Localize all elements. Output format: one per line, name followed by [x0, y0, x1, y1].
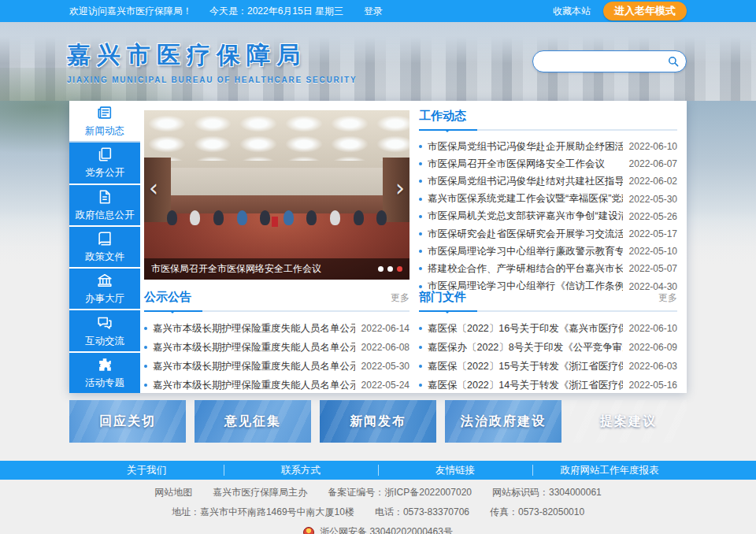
- search-box: [532, 50, 687, 72]
- banner-link[interactable]: 回应关切: [69, 400, 186, 443]
- sidebar-item-label: 政府信息公开: [76, 209, 135, 222]
- news-item[interactable]: 嘉兴市本级长期护理保险重度失能人员名单公示（2... 2022-05-24: [144, 376, 410, 395]
- favorite-link[interactable]: 收藏本站: [553, 5, 591, 18]
- section-underline-arrow: [169, 310, 176, 317]
- carousel-dot[interactable]: [378, 266, 384, 272]
- section-underline-arrow: [444, 129, 450, 135]
- bullet-icon: [419, 198, 422, 201]
- sidebar-item[interactable]: 政府信息公开: [69, 185, 140, 225]
- footer-info: 网站地图 嘉兴市医疗保障局主办 备案证编号：浙ICP备2022007020 网站…: [0, 486, 756, 534]
- carousel-dot[interactable]: [387, 266, 393, 272]
- banner-link[interactable]: 新闻发布: [320, 400, 436, 443]
- footer-nav-item[interactable]: 政府网站工作年度报表: [532, 461, 687, 480]
- news-item[interactable]: 嘉兴市医保系统党建工作会议暨“幸福医保”党建联... 2022-05-30: [419, 191, 677, 208]
- sidebar-item[interactable]: 政策文件: [69, 227, 140, 267]
- news-item-date: 2022-06-10: [629, 141, 677, 152]
- news-item[interactable]: 市医保研究会赴省医保研究会开展学习交流活动 2022-05-17: [419, 225, 677, 243]
- news-item[interactable]: 市医保局党组书记冯俊华赴企开展助企纾困活动 2022-06-10: [419, 138, 677, 155]
- bullet-icon: [419, 365, 422, 368]
- sidebar-item[interactable]: 活动专题: [69, 353, 140, 393]
- sidebar-item[interactable]: 新闻动态: [69, 101, 140, 141]
- carousel-next-button[interactable]: ›: [395, 176, 405, 200]
- news-item-date: 2022-05-07: [629, 263, 677, 274]
- sidebar-item[interactable]: 党务公开: [69, 143, 140, 183]
- news-item-title: 嘉兴市本级长期护理保险重度失能人员名单公示（2...: [153, 360, 355, 373]
- news-item-title: 市医保局召开全市医保网络安全工作会议: [428, 158, 623, 171]
- sidebar-item-label: 办事大厅: [85, 292, 124, 306]
- bullet-icon: [144, 327, 147, 330]
- bullet-icon: [419, 162, 422, 165]
- news-item-title: 搭建校企合作、产学研相结合的平台嘉兴市长期护理...: [428, 262, 623, 276]
- banner-label: 回应关切: [99, 413, 156, 430]
- news-item-date: 2022-05-26: [629, 211, 677, 222]
- book-icon: [96, 230, 113, 247]
- news-item-date: 2022-06-09: [629, 342, 677, 353]
- news-item[interactable]: 市医保局理论学习中心组举行廉政警示教育专题学习... 2022-05-10: [419, 243, 677, 260]
- banner-link[interactable]: 提案建议: [570, 400, 687, 443]
- bullet-icon: [419, 180, 422, 183]
- news-item[interactable]: 嘉兴市本级长期护理保险重度失能人员名单公示（2... 2022-05-30: [144, 357, 410, 376]
- news-item[interactable]: 嘉兴市本级长期护理保险重度失能人员名单公示（2... 2022-06-08: [144, 338, 410, 357]
- section-header: 工作动态: [419, 109, 677, 131]
- footer-nav: 关于我们联系方式友情链接政府网站工作年度报表: [0, 461, 756, 480]
- banner-link[interactable]: 意见征集: [195, 400, 311, 443]
- news-item-title: 市医保局党组书记冯俊华赴结对共建社区指导全国文...: [428, 175, 623, 188]
- public-security-badge-icon: [303, 527, 314, 534]
- bullet-icon: [419, 232, 422, 235]
- news-item-date: 2022-05-16: [629, 380, 677, 391]
- footer-nav-item[interactable]: 友情链接: [378, 461, 532, 480]
- chat-icon: [96, 314, 113, 332]
- main-content-card: 新闻动态 党务公开 政府信息公开 政策文件 办事大厅 互动交流 活动专题: [69, 101, 687, 393]
- carousel-dot[interactable]: [397, 266, 402, 272]
- puzzle-icon: [96, 356, 113, 373]
- news-item[interactable]: 嘉医保〔2022〕15号关于转发《浙江省医疗保... 2022-06-03: [419, 357, 677, 376]
- section-title: 部门文件: [419, 290, 466, 305]
- news-item[interactable]: 市医保局党组书记冯俊华赴结对共建社区指导全国文... 2022-06-02: [419, 172, 677, 190]
- bullet-icon: [419, 267, 422, 270]
- search-input[interactable]: [543, 55, 661, 68]
- document-icon: [96, 188, 113, 206]
- news-item[interactable]: 嘉兴市本级长期护理保险重度失能人员名单公示（2... 2022-06-14: [144, 319, 410, 338]
- login-link[interactable]: 登录: [364, 5, 383, 18]
- carousel-caption[interactable]: 市医保局召开全市医保网络安全工作会议: [144, 258, 410, 280]
- search-button[interactable]: [661, 51, 686, 72]
- elder-mode-button[interactable]: 进入老年模式: [603, 2, 687, 20]
- sidebar-item[interactable]: 互动交流: [69, 310, 140, 350]
- news-item-date: 2022-06-07: [629, 158, 677, 169]
- more-link[interactable]: 更多: [391, 291, 410, 305]
- news-item[interactable]: 嘉医保〔2022〕16号关于印发《嘉兴市医疗保... 2022-06-10: [419, 319, 677, 338]
- carousel-prev-button[interactable]: ‹: [149, 176, 158, 200]
- carousel-photo: [144, 110, 410, 280]
- section-title: 公示公告: [144, 290, 191, 305]
- footer-siteid-text: 网站标识码：3304000061: [492, 486, 602, 499]
- news-item[interactable]: 嘉医保办〔2022〕8号关于印发《公平竞争审查... 2022-06-09: [419, 338, 677, 357]
- banner-label: 新闻发布: [350, 413, 406, 430]
- news-item-date: 2022-06-08: [361, 342, 410, 353]
- sidebar-item[interactable]: 办事大厅: [69, 269, 140, 309]
- banner-row: 回应关切 意见征集 新闻发布 法治政府建设 提案建议: [69, 400, 687, 443]
- news-item-title: 嘉医保〔2022〕15号关于转发《浙江省医疗保...: [428, 360, 623, 373]
- news-item-date: 2022-05-30: [629, 194, 677, 205]
- footer-nav-item[interactable]: 关于我们: [69, 461, 224, 480]
- news-item-date: 2022-05-10: [629, 246, 677, 257]
- more-link[interactable]: 更多: [658, 291, 677, 305]
- section-notices: 公示公告 更多 嘉兴市本级长期护理保险重度失能人员名单公示（2... 2022-…: [144, 290, 410, 395]
- news-carousel[interactable]: ‹ › 市医保局召开全市医保网络安全工作会议: [144, 110, 410, 280]
- section-header: 部门文件 更多: [419, 290, 677, 312]
- bullet-icon: [144, 365, 147, 368]
- banner-label: 提案建议: [600, 413, 657, 430]
- sidebar-item-label: 政策文件: [85, 250, 124, 264]
- news-item[interactable]: 市医保局机关党总支部获评嘉兴市争创“建设清廉机... 2022-05-26: [419, 208, 677, 225]
- news-item[interactable]: 嘉医保〔2022〕14号关于转发《浙江省医疗保... 2022-05-16: [419, 376, 677, 395]
- news-item[interactable]: 搭建校企合作、产学研相结合的平台嘉兴市长期护理... 2022-05-07: [419, 260, 677, 277]
- section-work-news: 工作动态 市医保局党组书记冯俊华赴企开展助企纾困活动 2022-06-10 市医…: [419, 109, 677, 295]
- sitemap-link[interactable]: 网站地图: [154, 486, 192, 499]
- site-subtitle: JIAXING MUNICIPAL BUREAU OF HEALTHCARE S…: [67, 76, 358, 84]
- news-item-title: 嘉兴市医保系统党建工作会议暨“幸福医保”党建联...: [428, 192, 623, 206]
- section-title: 工作动态: [419, 109, 466, 124]
- footer-nav-item[interactable]: 联系方式: [224, 461, 378, 480]
- sidebar-item-label: 互动交流: [85, 335, 124, 348]
- banner-link[interactable]: 法治政府建设: [445, 400, 561, 443]
- news-item-date: 2022-06-03: [629, 361, 677, 372]
- news-item[interactable]: 市医保局召开全市医保网络安全工作会议 2022-06-07: [419, 155, 677, 172]
